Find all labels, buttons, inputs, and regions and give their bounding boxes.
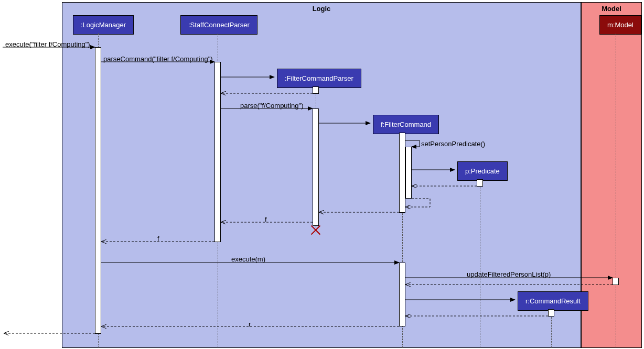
activation-predicate [477,179,483,187]
activation-filter-command-2 [399,263,405,326]
msg-parse-command: parseCommand("filter f/Computing") [103,55,213,63]
participant-model: m:Model [599,15,641,35]
frame-model-label: Model [602,5,621,13]
msg-return-r: r [249,320,251,328]
participant-filter-command: f:FilterCommand [373,115,439,134]
participant-predicate: p:Predicate [457,161,508,181]
activation-filter-command-self [405,147,412,199]
lifeline-model [616,33,616,348]
activation-logic-manager [95,47,101,334]
lifeline-predicate [480,179,480,348]
msg-return-f1: f [265,215,267,223]
activation-command-result [548,309,554,317]
activation-filter-command-1 [399,133,405,213]
msg-execute: execute("filter f/Computing") [5,40,90,48]
activation-filter-command-parser-1 [313,86,319,94]
msg-execute-m: execute(m) [231,255,265,263]
frame-model: Model [581,2,642,348]
activation-filter-command-parser-2 [313,108,319,226]
participant-filter-command-parser: :FilterCommandParser [277,69,361,88]
msg-parse: parse("f/Computing") [240,102,304,110]
frame-logic-label: Logic [313,5,331,13]
msg-return-f2: f [157,235,159,243]
msg-update-filtered: updateFilteredPersonList(p) [467,270,551,278]
participant-logic-manager: :LogicManager [73,15,134,35]
activation-model [613,278,619,285]
participant-command-result: r:CommandResult [518,291,588,311]
destroy-icon [310,225,321,235]
msg-set-person-predicate: setPersonPredicate() [421,140,485,148]
participant-staff-connect-parser: :StaffConnectParser [180,15,257,35]
activation-staff-connect-parser [214,62,221,242]
